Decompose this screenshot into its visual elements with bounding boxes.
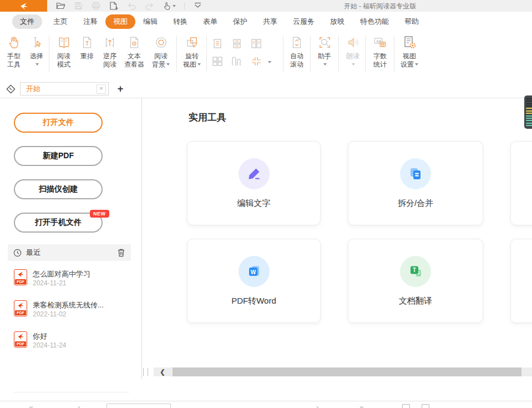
menu-tab-features[interactable]: 特色功能 (352, 14, 397, 29)
status-bar: « ‹ › » (0, 401, 532, 408)
rotate-view-icon (179, 33, 205, 51)
menu-tab-file[interactable]: 文件 (12, 14, 42, 29)
two-pages-icon[interactable] (231, 57, 242, 66)
menu-tab-form[interactable]: 表单 (195, 14, 225, 29)
assistant-button[interactable]: 助手 (312, 33, 337, 69)
card-edit-text[interactable]: 编辑文字 (187, 141, 321, 225)
card-label: PDF转Word (188, 296, 320, 306)
word-count-button[interactable]: AB 字数统计 (367, 33, 393, 69)
tab-start[interactable]: 开始 × (20, 82, 109, 95)
sidebar: 打开文件 新建PDF 扫描仪创建 打开手机文件 NEW 最近 PDF (0, 98, 141, 379)
sidebar-divider (141, 98, 142, 379)
undo-icon[interactable] (126, 1, 136, 11)
svg-text:T: T (413, 267, 416, 273)
auto-scroll-button[interactable]: 自动滚动 (285, 33, 309, 69)
window-title: 开始 - 福昕阅读器专业版 (311, 2, 449, 11)
scanner-create-button[interactable]: 扫描仪创建 (14, 179, 103, 199)
recent-file-item[interactable]: PDF 你好 2024-11-24 (14, 330, 130, 356)
quad-pages-icon[interactable] (212, 57, 223, 66)
card-label: 编辑文字 (188, 198, 320, 209)
reflow-button[interactable]: 重排 (76, 33, 98, 61)
customize-toolbar-icon[interactable] (192, 1, 202, 11)
new-badge: NEW (90, 210, 109, 218)
card-partial[interactable] (510, 239, 532, 323)
menu-tab-convert[interactable]: 转换 (165, 14, 195, 29)
save-icon[interactable] (73, 1, 83, 11)
card-pdf-to-word[interactable]: W PDF转Word (187, 239, 321, 323)
print-icon[interactable] (91, 1, 101, 11)
open-file-button[interactable]: 打开文件 (14, 113, 103, 133)
first-page-button[interactable]: « (29, 404, 33, 408)
read-aloud-button[interactable]: 朗读 (341, 33, 365, 69)
page-number-input[interactable] (107, 404, 171, 408)
menu-tab-present[interactable]: 放映 (322, 14, 352, 29)
new-pdf-button[interactable]: 新建PDF (14, 146, 103, 166)
foxit-reader-window: 开始 - 福昕阅读器专业版 文件 主页 注释 视图 编辑 转换 表单 保护 共享… (0, 0, 532, 408)
open-folder-icon[interactable] (55, 1, 65, 11)
menu-tab-help[interactable]: 帮助 (397, 14, 427, 29)
assistant-icon (312, 33, 337, 51)
facing-icon[interactable] (251, 39, 262, 48)
select-tool-button[interactable]: 选择 (26, 33, 48, 69)
pen-icon[interactable] (4, 83, 17, 95)
text-viewer-button[interactable]: 文本查看器 (121, 33, 147, 69)
add-tab-button[interactable]: + (115, 82, 126, 95)
card-partial[interactable] (510, 141, 532, 225)
prev-page-button[interactable]: ‹ (78, 404, 80, 408)
menu-tab-home[interactable]: 主页 (45, 14, 75, 29)
hand-pointer-icon[interactable] (162, 1, 176, 11)
menu-tab-view[interactable]: 视图 (105, 14, 135, 29)
split-merge-icon (400, 158, 431, 189)
card-label: 拆分/合并 (348, 198, 483, 209)
reflow-icon (76, 33, 98, 51)
doc-translate-icon: T (400, 256, 431, 287)
view-settings-button[interactable]: 视图设置 (396, 33, 423, 69)
scrollbar-thumb[interactable] (173, 367, 521, 376)
rotate-view-button[interactable]: 旋转视图 (179, 33, 205, 69)
menu-tab-edit[interactable]: 编辑 (135, 14, 165, 29)
card-label: 文档翻译 (348, 296, 483, 306)
hand-tool-button[interactable]: 手型工具 (2, 33, 26, 69)
select-tool-icon (26, 33, 48, 51)
single-page-icon[interactable] (212, 39, 223, 48)
menu-tab-share[interactable]: 共享 (255, 14, 285, 29)
hand-tool-icon (2, 33, 26, 51)
page-layout-dropdown[interactable] (268, 61, 271, 63)
recent-file-item[interactable]: PDF 怎么面对高中学习 2024-11-21 (14, 268, 130, 294)
read-background-button[interactable]: 阅读背景 (147, 33, 175, 69)
read-background-icon (147, 33, 175, 51)
continuous-icon[interactable] (231, 39, 242, 48)
horizontal-scrollbar[interactable]: ❮ (154, 367, 532, 376)
recent-file-date: 2022-11-02 (33, 310, 67, 318)
new-document-icon[interactable] (109, 1, 119, 11)
last-page-button[interactable]: » (359, 404, 364, 408)
next-page-button[interactable]: › (316, 404, 319, 408)
app-logo[interactable] (0, 0, 47, 12)
card-split-merge[interactable]: 拆分/合并 (348, 141, 483, 225)
text-viewer-icon (121, 33, 147, 51)
scroll-left-icon[interactable]: ❮ (157, 367, 168, 376)
pdf-file-icon: PDF (14, 269, 27, 285)
page-layout-icon[interactable] (422, 404, 429, 408)
page-view-icon[interactable] (402, 404, 410, 408)
menu-tab-cloud[interactable]: 云服务 (285, 14, 322, 29)
card-doc-translate[interactable]: T 文档翻译 (348, 239, 483, 323)
tab-start-label: 开始 (26, 84, 97, 94)
tab-close-icon[interactable]: × (97, 84, 106, 94)
read-mode-button[interactable]: 阅读模式 (52, 33, 76, 69)
page-title: 实用工具 (189, 111, 226, 124)
pane-resize-handle[interactable] (143, 368, 148, 376)
reverse-read-button[interactable]: 逆序阅读 (98, 33, 121, 69)
menu-tab-protect[interactable]: 保护 (225, 14, 255, 29)
trash-icon[interactable] (117, 248, 125, 257)
redo-icon[interactable] (144, 1, 154, 11)
recent-file-item[interactable]: PDF 乘客检测系统无线传... 2022-11-02 (14, 299, 130, 325)
open-mobile-file-button[interactable]: 打开手机文件 NEW (14, 213, 103, 233)
read-mode-icon (52, 33, 76, 51)
foxit-logo-icon (19, 2, 28, 10)
clock-icon (13, 249, 22, 257)
title-bar: 开始 - 福昕阅读器专业版 (0, 0, 532, 12)
menu-tab-comment[interactable]: 注释 (75, 14, 105, 29)
floating-widget[interactable] (524, 95, 532, 129)
split-view-icon[interactable] (251, 57, 262, 66)
